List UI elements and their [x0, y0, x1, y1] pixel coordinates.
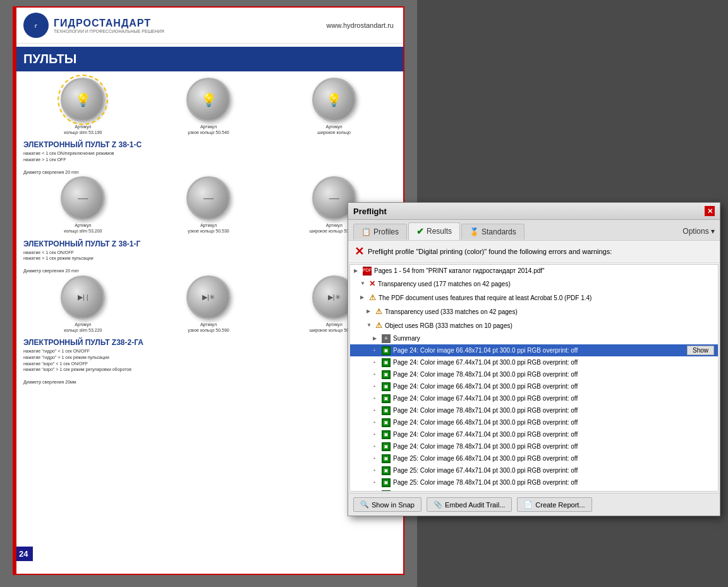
product-row-1: 💡 Артикулкольцо slim 53.190 💡 Артикулузк…	[23, 78, 394, 135]
list-item[interactable]: + ▣ Page 24: Color image 66.48x71.04 pt …	[350, 416, 718, 428]
list-item[interactable]: + ▣ Page 25: Color image 66.48x71.04 pt …	[350, 488, 718, 492]
product-item-7: ▶| | Артикулкольцо slim 53.220	[23, 275, 143, 333]
image-icon: ▣	[382, 478, 391, 487]
image-icon: ▣	[382, 358, 391, 367]
section-title-3: ЭЛЕКТРОННЫЙ ПУЛЬТ Z38-2-ГА	[23, 338, 394, 347]
warn-status-icon: ⚠	[375, 306, 382, 317]
section-desc-1: нажатие < 1 сек ON/переключение режимов …	[23, 150, 394, 175]
item-text: Summary	[393, 334, 420, 343]
list-item[interactable]: ▼ ⚠ Object uses RGB (333 matches on 10 p…	[350, 318, 718, 332]
list-item[interactable]: + ▣ Page 24: Color image 66.48x71.04 pt …	[350, 380, 718, 392]
list-item[interactable]: ▶ ⚠ The PDF document uses features that …	[350, 291, 718, 305]
embed-audit-trail-button[interactable]: 📎 Embed Audit Trail...	[427, 497, 512, 512]
pdf-icon: PDF	[363, 267, 372, 275]
list-item[interactable]: + ▣ Page 24: Color image 67.44x71.04 pt …	[350, 392, 718, 404]
standards-tab-icon: 🏅	[470, 227, 479, 236]
product-label-3: Артикулширокое кольцо	[317, 124, 351, 135]
controls-icon-2: ▶|✳	[202, 293, 215, 301]
product-label-2: Артикулузкое кольцо 50.540	[188, 124, 229, 135]
page-header: Г ГИДРОСТАНДАРТ ТЕХНОЛОГИИ И ПРОФЕССИОНА…	[14, 8, 403, 44]
product-circle-2: 💡	[186, 78, 231, 122]
product-label-7: Артикулкольцо slim 53.220	[64, 322, 102, 333]
product-circle-4: —	[61, 176, 105, 221]
section-desc-3: нажатие "гидро" < 1 сек ON/OFF нажатие "…	[23, 348, 394, 385]
list-item-selected[interactable]: + ▣ Page 24: Color image 66.48x71.04 pt …	[350, 344, 718, 356]
dialog-title: Preflight	[353, 207, 387, 216]
dialog-close-button[interactable]: ✕	[705, 206, 715, 216]
document-page: Г ГИДРОСТАНДАРТ ТЕХНОЛОГИИ И ПРОФЕССИОНА…	[13, 6, 404, 575]
expand-icon: ▼	[367, 322, 373, 329]
list-item[interactable]: + ▣ Page 24: Color image 67.44x71.04 pt …	[350, 428, 718, 440]
results-list[interactable]: ▶ PDF Pages 1 - 54 from "PRINT каталог г…	[349, 264, 719, 492]
product-item-3: 💡 Артикулширокое кольцо	[274, 78, 394, 135]
list-item[interactable]: ▼ ✕ Transparency used (177 matches on 42…	[350, 277, 718, 291]
image-icon: ▣	[382, 430, 391, 439]
product-circle-5: —	[186, 176, 231, 221]
create-report-button[interactable]: 📄 Create Report...	[517, 497, 592, 512]
error-banner: ✕ Preflight profile "Digital printing (c…	[348, 241, 720, 263]
page-banner: ПУЛЬТЫ	[14, 47, 403, 71]
expand-icon: +	[373, 407, 379, 415]
svg-text:Г: Г	[35, 24, 37, 28]
show-button[interactable]: Show	[687, 346, 714, 355]
product-label-1: Артикулкольцо slim 53.190	[64, 124, 102, 135]
list-item[interactable]: + ▣ Page 25: Color image 66.48x71.04 pt …	[350, 452, 718, 464]
image-icon: ▣	[382, 346, 391, 355]
expand-icon: +	[373, 491, 379, 492]
product-circle-3: 💡	[312, 78, 356, 122]
logo-icon: Г	[23, 13, 49, 38]
list-item[interactable]: ▶ ⚠ Transparency used (333 matches on 42…	[350, 305, 718, 318]
list-item[interactable]: + ▣ Page 24: Color image 78.48x71.04 pt …	[350, 440, 718, 452]
show-in-snap-icon: 🔍	[360, 500, 369, 509]
options-button[interactable]: Options ▾	[682, 227, 715, 236]
item-text: Page 24: Color image 66.48x71.04 pt 300.…	[393, 382, 578, 391]
product-item-2: 💡 Артикулузкое кольцо 50.540	[149, 78, 269, 135]
expand-icon: +	[373, 479, 379, 487]
list-item[interactable]: ▶ PDF Pages 1 - 54 from "PRINT каталог г…	[350, 265, 718, 277]
item-text: Transparency used (177 matches on 42 pag…	[378, 279, 511, 289]
profiles-tab-icon: 📋	[361, 227, 371, 236]
minus-icon-3: —	[329, 193, 339, 204]
results-tab-label: Results	[427, 227, 452, 236]
product-row-3: ▶| | Артикулкольцо slim 53.220 ▶|✳ Артик…	[23, 275, 394, 333]
image-icon: ▣	[382, 370, 391, 379]
show-in-snap-button[interactable]: 🔍 Show in Snap	[353, 497, 422, 512]
expand-icon: ▶	[360, 294, 367, 301]
tab-profiles[interactable]: 📋 Profiles	[353, 224, 407, 239]
expand-icon: +	[373, 347, 379, 354]
item-text: Page 25: Color image 66.48x71.04 pt 300.…	[393, 454, 578, 463]
item-text: Page 25: Color image 66.48x71.04 pt 300.…	[393, 490, 578, 492]
expand-icon: +	[373, 443, 379, 451]
preflight-dialog: Preflight ✕ 📋 Profiles ✔ Results 🏅 Stand…	[348, 202, 720, 516]
item-text: Page 24: Color image 66.48x71.04 pt 300.…	[393, 418, 578, 427]
item-text: Page 24: Color image 78.48x71.04 pt 300.…	[393, 442, 578, 451]
list-item[interactable]: + ▣ Page 25: Color image 67.44x71.04 pt …	[350, 464, 718, 476]
item-text: The PDF document uses features that requ…	[379, 293, 592, 303]
tab-results[interactable]: ✔ Results	[408, 222, 460, 240]
dialog-tabs: 📋 Profiles ✔ Results 🏅 Standards Options…	[348, 220, 720, 241]
expand-icon: +	[373, 383, 379, 390]
section-title-1: ЭЛЕКТРОННЫЙ ПУЛЬТ Z 38-1-С	[23, 140, 394, 149]
image-icon: ▣	[382, 454, 391, 463]
product-row-2: — Артикулкольцо slim 53.200 — Артикулузк…	[23, 176, 394, 234]
error-message: Preflight profile "Digital printing (col…	[368, 248, 612, 255]
list-item[interactable]: + ▣ Page 25: Color image 78.48x71.04 pt …	[350, 476, 718, 488]
product-label-5: Артикулузкое кольцо 50.530	[188, 222, 229, 234]
expand-icon: +	[373, 359, 379, 366]
error-status-icon: ✕	[369, 278, 375, 289]
product-section-1: 💡 Артикулкольцо slim 53.190 💡 Артикулузк…	[14, 75, 403, 390]
minus-icon-2: —	[203, 193, 214, 204]
company-name: ГИДРОСТАНДАРТ	[54, 18, 164, 29]
bulb-icon: 💡	[75, 92, 91, 107]
expand-icon: ▶	[373, 335, 379, 342]
list-item[interactable]: + ▣ Page 24: Color image 78.48x71.04 pt …	[350, 368, 718, 380]
page-number: 24	[14, 547, 33, 561]
list-item[interactable]: + ▣ Page 24: Color image 78.48x71.04 pt …	[350, 404, 718, 416]
controls-icon-3: ▶|✳	[328, 293, 341, 301]
controls-icon-1: ▶| |	[78, 293, 88, 301]
tab-standards[interactable]: 🏅 Standards	[461, 224, 525, 239]
list-item[interactable]: ▶ ≡ Summary	[350, 332, 718, 344]
product-item-8: ▶|✳ Артикулузкое кольцо 50.590	[149, 275, 269, 333]
product-label-8: Артикулузкое кольцо 50.590	[188, 322, 229, 333]
list-item[interactable]: + ▣ Page 24: Color image 67.44x71.04 pt …	[350, 356, 718, 368]
